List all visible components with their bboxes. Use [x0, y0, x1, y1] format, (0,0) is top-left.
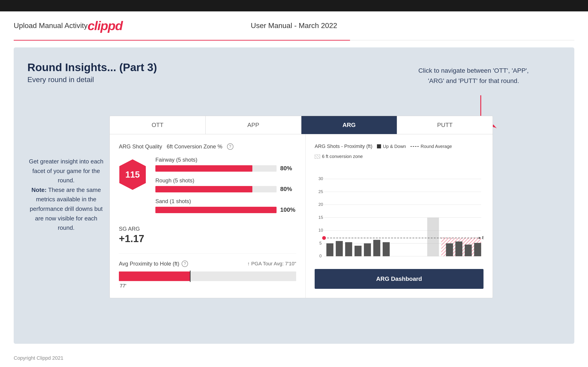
info-icon[interactable]: ? — [227, 143, 233, 150]
legend-up-down-label: Up & Down — [383, 144, 406, 149]
legend-round-avg-label: Round Average — [421, 144, 452, 149]
bar-pct-sand: 100% — [280, 206, 296, 213]
bar-bg-rough — [156, 186, 277, 192]
legend-round-avg: Round Average — [410, 144, 452, 149]
note-label: Note: — [32, 186, 47, 193]
shot-quality-header: ARG Shot Quality 6ft Conversion Zone % ? — [119, 143, 296, 150]
proximity-header: Avg Proximity to Hole (ft) ? ↑ PGA Tour … — [119, 260, 296, 267]
left-desc-text: Get greater insight into each facet of y… — [29, 158, 104, 231]
hex-badge: 115 — [119, 159, 146, 190]
svg-text:8: 8 — [482, 235, 484, 240]
svg-rect-23 — [355, 246, 362, 256]
logo: clippd — [88, 18, 122, 33]
sg-section: SG ARG +1.17 — [119, 226, 296, 244]
sg-label: SG ARG — [119, 226, 296, 232]
sg-value: +1.17 — [119, 233, 296, 244]
proximity-bar-bg — [119, 272, 296, 281]
proximity-cursor — [190, 271, 190, 282]
bar-track-fairway: 80% — [156, 165, 296, 172]
shot-quality-label: ARG Shot Quality — [119, 143, 162, 150]
bar-bg-sand — [156, 207, 277, 213]
bar-row-rough: Rough (5 shots) 80% — [156, 177, 296, 193]
bar-fill-fairway — [156, 165, 252, 172]
legend-6ft: 6 ft conversion zone — [315, 154, 363, 159]
conversion-label: 6ft Conversion Zone % — [167, 143, 222, 150]
svg-text:5: 5 — [320, 241, 322, 245]
svg-text:20: 20 — [318, 202, 323, 207]
proximity-title-text: Avg Proximity to Hole (ft) — [119, 260, 179, 267]
left-description: Get greater insight into each facet of y… — [27, 157, 105, 233]
hex-number: 115 — [125, 170, 140, 180]
svg-rect-28 — [446, 243, 453, 257]
chart-header-row: ARG Shots - Proximity (ft) Up & Down Rou… — [315, 143, 484, 159]
card-right-panel: ARG Shots - Proximity (ft) Up & Down Rou… — [305, 134, 493, 298]
bar-fill-rough — [156, 186, 252, 192]
svg-text:15: 15 — [318, 215, 323, 220]
header: Upload Manual Activity User Manual - Mar… — [0, 11, 588, 40]
bar-fill-sand — [156, 207, 277, 213]
tab-putt[interactable]: PUTT — [397, 116, 493, 134]
nav-hint-text: Click to navigate between 'OTT', 'APP','… — [418, 67, 529, 84]
legend-6ft-label: 6 ft conversion zone — [322, 154, 363, 159]
svg-text:10: 10 — [318, 228, 323, 233]
svg-text:25: 25 — [318, 189, 323, 194]
svg-rect-24 — [364, 243, 371, 257]
bar-label-rough: Rough (5 shots) — [156, 177, 296, 184]
bar-label-sand: Sand (1 shots) — [156, 198, 296, 204]
bar-pct-rough: 80% — [280, 185, 296, 193]
proximity-value-text: 77' — [119, 283, 296, 289]
dashboard-card: OTT APP ARG PUTT ARG Shot Quality 6ft Co… — [110, 116, 493, 298]
svg-text:30: 30 — [318, 176, 323, 181]
hex-bars-container: 115 Fairway (5 shots) 80% — [119, 157, 296, 219]
legend-dashed-line — [410, 146, 419, 147]
svg-rect-27 — [427, 218, 439, 257]
proximity-bar-fill — [119, 272, 190, 281]
svg-rect-20 — [326, 243, 333, 257]
tab-arg[interactable]: ARG — [302, 116, 397, 134]
svg-rect-21 — [336, 241, 343, 256]
copyright-text: Copyright Clippd 2021 — [14, 355, 63, 361]
arg-dashboard-button[interactable]: ARG Dashboard — [315, 269, 484, 289]
tabs-row: OTT APP ARG PUTT — [110, 116, 493, 134]
svg-marker-2 — [492, 125, 497, 128]
chart-title: ARG Shots - Proximity (ft) — [315, 143, 372, 149]
upload-label: Upload Manual Activity — [14, 21, 88, 30]
svg-rect-31 — [474, 243, 481, 257]
tab-app[interactable]: APP — [206, 116, 302, 134]
arg-chart-svg: 0 5 10 15 20 25 30 — [315, 165, 484, 261]
proximity-section: Avg Proximity to Hole (ft) ? ↑ PGA Tour … — [119, 253, 296, 289]
legend-solid-box — [377, 144, 381, 148]
page-title: User Manual - March 2022 — [251, 21, 337, 30]
top-bar — [0, 0, 588, 11]
svg-rect-30 — [465, 245, 472, 256]
pga-avg: ↑ PGA Tour Avg: 7'10" — [247, 261, 296, 267]
bar-row-sand: Sand (1 shots) 100% — [156, 198, 296, 213]
card-left-panel: ARG Shot Quality 6ft Conversion Zone % ?… — [110, 134, 305, 298]
legend-up-down: Up & Down — [377, 144, 406, 149]
proximity-info-icon[interactable]: ? — [182, 260, 188, 267]
bar-bg-fairway — [156, 165, 277, 172]
bar-track-sand: 100% — [156, 206, 296, 213]
nav-hint: Click to navigate between 'OTT', 'APP','… — [418, 66, 529, 86]
bar-row-fairway: Fairway (5 shots) 80% — [156, 157, 296, 172]
svg-rect-26 — [383, 242, 390, 256]
tab-ott[interactable]: OTT — [110, 116, 206, 134]
svg-rect-22 — [345, 242, 352, 256]
bar-pct-fairway: 80% — [280, 165, 296, 172]
bar-track-rough: 80% — [156, 185, 296, 193]
svg-text:0: 0 — [320, 253, 322, 258]
chart-area: 0 5 10 15 20 25 30 — [315, 165, 484, 264]
svg-point-33 — [322, 236, 326, 240]
proximity-title: Avg Proximity to Hole (ft) ? — [119, 260, 188, 267]
svg-rect-25 — [373, 240, 380, 256]
bar-rows: Fairway (5 shots) 80% Rough (5 shots) — [156, 157, 296, 219]
header-divider — [14, 40, 574, 41]
footer: Copyright Clippd 2021 — [0, 350, 588, 366]
card-body: ARG Shot Quality 6ft Conversion Zone % ?… — [110, 134, 493, 298]
legend-hatched-box — [315, 155, 320, 159]
main-content: Round Insights... (Part 3) Every round i… — [14, 47, 574, 344]
svg-rect-29 — [455, 242, 463, 256]
bar-label-fairway: Fairway (5 shots) — [156, 157, 296, 163]
